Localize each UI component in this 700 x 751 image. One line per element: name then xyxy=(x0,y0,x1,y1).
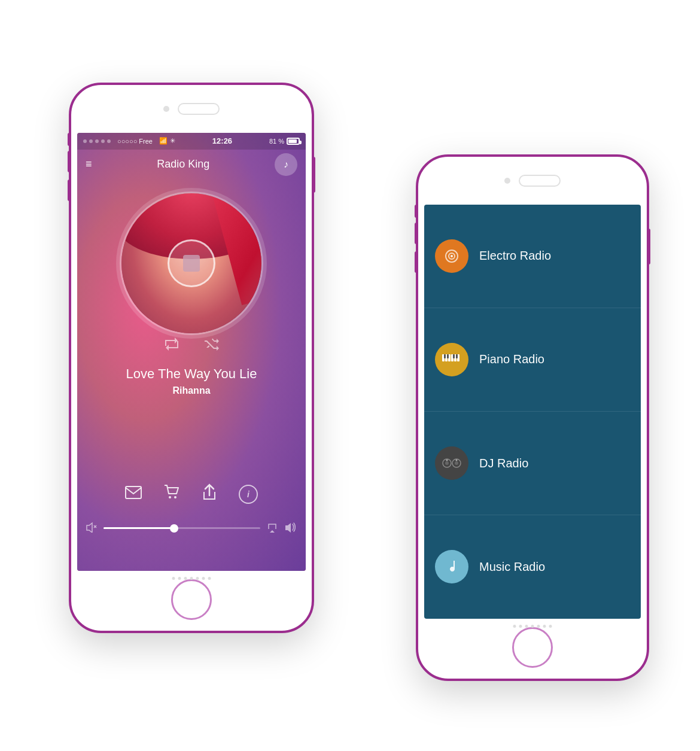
electro-radio-label: Electro Radio xyxy=(479,249,551,263)
status-left: ○○○○○ Free 📶 ✳ xyxy=(83,137,175,145)
airplay-button[interactable] xyxy=(266,522,278,535)
signal-dot-1 xyxy=(83,139,87,143)
grille-dot-4 xyxy=(190,577,193,580)
phone-playlist: Electro Radio xyxy=(416,154,649,681)
playlist-item-electro[interactable]: Electro Radio xyxy=(424,205,641,308)
svg-point-18 xyxy=(446,460,448,461)
player-screen: ○○○○○ Free 📶 ✳ 12:26 81 % ≡ Radio King xyxy=(77,133,306,571)
speaker-radio-icon xyxy=(442,247,461,266)
music-note-icon: ♪ xyxy=(284,159,288,170)
music-radio-label: Music Radio xyxy=(479,560,545,574)
home-button-2[interactable] xyxy=(512,627,553,668)
svg-point-20 xyxy=(455,461,458,465)
svg-rect-12 xyxy=(444,354,446,358)
grille-dot-2-2 xyxy=(519,625,522,628)
carrier-label: ○○○○○ Free xyxy=(117,138,153,145)
action-bar: i xyxy=(77,484,306,505)
power-btn-2[interactable] xyxy=(647,229,650,264)
volume-off-icon xyxy=(86,522,98,535)
grille-dot-2-6 xyxy=(543,625,546,628)
share-icon xyxy=(202,484,217,501)
playlist-item-dj[interactable]: DJ Radio xyxy=(424,412,641,515)
grille-dot-2-7 xyxy=(549,625,552,628)
music-radio-icon-circle xyxy=(435,550,468,583)
svg-point-21 xyxy=(456,460,458,461)
svg-rect-15 xyxy=(456,354,458,358)
svg-rect-14 xyxy=(453,354,455,358)
grille-dot-1 xyxy=(172,577,175,580)
status-bar: ○○○○○ Free 📶 ✳ 12:26 81 % xyxy=(77,133,306,150)
stop-button[interactable] xyxy=(168,239,215,287)
song-title: Love The Way You Lie xyxy=(77,366,306,382)
repeat-icon xyxy=(164,336,179,352)
airplay-icon xyxy=(266,522,278,533)
status-time: 12:26 xyxy=(175,136,269,145)
battery-icon xyxy=(287,138,300,145)
cart-icon xyxy=(163,484,180,501)
playlist-item-piano[interactable]: Piano Radio xyxy=(424,308,641,412)
controls-row xyxy=(77,336,306,355)
volume-down-button[interactable] xyxy=(68,180,71,201)
svg-rect-13 xyxy=(447,354,449,358)
grille-dot-2-1 xyxy=(513,625,516,628)
svg-point-2 xyxy=(174,496,176,498)
volume-on-icon xyxy=(284,522,297,535)
mute-button[interactable] xyxy=(68,133,71,146)
power-button[interactable] xyxy=(312,157,315,193)
speaker-grille-2 xyxy=(513,625,552,628)
phone-top-bar-2 xyxy=(418,157,647,205)
dj-mixer-icon xyxy=(441,456,462,470)
scene: ○○○○○ Free 📶 ✳ 12:26 81 % ≡ Radio King xyxy=(51,47,649,705)
battery-fill xyxy=(288,139,297,143)
mute-btn-2[interactable] xyxy=(415,205,418,218)
music-mode-button[interactable]: ♪ xyxy=(275,153,297,176)
info-button[interactable]: i xyxy=(239,485,258,504)
info-icon: i xyxy=(247,489,249,499)
electro-radio-icon-circle xyxy=(435,239,468,273)
volume-up-button[interactable] xyxy=(68,151,71,172)
repeat-button[interactable] xyxy=(164,336,179,355)
playlist-item-music[interactable]: Music Radio xyxy=(424,515,641,618)
signal-dot-2 xyxy=(89,139,93,143)
signal-dot-5 xyxy=(107,139,111,143)
vol-down-btn-2[interactable] xyxy=(415,251,418,273)
speaker-grille xyxy=(172,577,211,580)
album-art-circle[interactable] xyxy=(120,191,263,335)
song-artist: Rihanna xyxy=(77,385,306,396)
bottom-bar xyxy=(77,522,306,535)
app-title: Radio King xyxy=(92,158,275,171)
mute-icon xyxy=(86,522,98,533)
grille-dot-6 xyxy=(202,577,205,580)
playlist-screen: Electro Radio xyxy=(424,205,641,619)
svg-rect-0 xyxy=(126,487,141,498)
email-button[interactable] xyxy=(125,486,142,503)
camera-dot xyxy=(163,106,169,112)
cart-button[interactable] xyxy=(163,484,180,504)
grille-dot-2-3 xyxy=(525,625,528,628)
stop-icon xyxy=(183,255,200,272)
phone-top-bar xyxy=(71,85,312,133)
svg-point-17 xyxy=(445,461,449,465)
album-area xyxy=(77,180,306,335)
svg-point-5 xyxy=(451,255,453,257)
progress-thumb[interactable] xyxy=(170,524,178,533)
home-button[interactable] xyxy=(171,579,212,620)
grille-dot-2-5 xyxy=(537,625,540,628)
earpiece-speaker xyxy=(178,103,220,115)
share-button[interactable] xyxy=(202,484,217,505)
brightness-icon: ✳ xyxy=(170,137,175,145)
envelope-icon xyxy=(125,486,142,499)
vol-up-btn-2[interactable] xyxy=(415,223,418,244)
menu-button[interactable]: ≡ xyxy=(86,158,92,171)
grille-dot-7 xyxy=(208,577,211,580)
status-right: 81 % xyxy=(269,138,300,145)
dj-radio-label: DJ Radio xyxy=(479,457,528,470)
grille-dot-2-4 xyxy=(531,625,534,628)
shuffle-button[interactable] xyxy=(203,336,219,355)
song-info: Love The Way You Lie Rihanna xyxy=(77,366,306,396)
battery-pct-label: 81 % xyxy=(269,138,284,145)
signal-dot-3 xyxy=(95,139,99,143)
progress-track[interactable] xyxy=(104,527,260,529)
piano-radio-icon-circle xyxy=(435,343,468,376)
piano-icon xyxy=(442,354,462,366)
